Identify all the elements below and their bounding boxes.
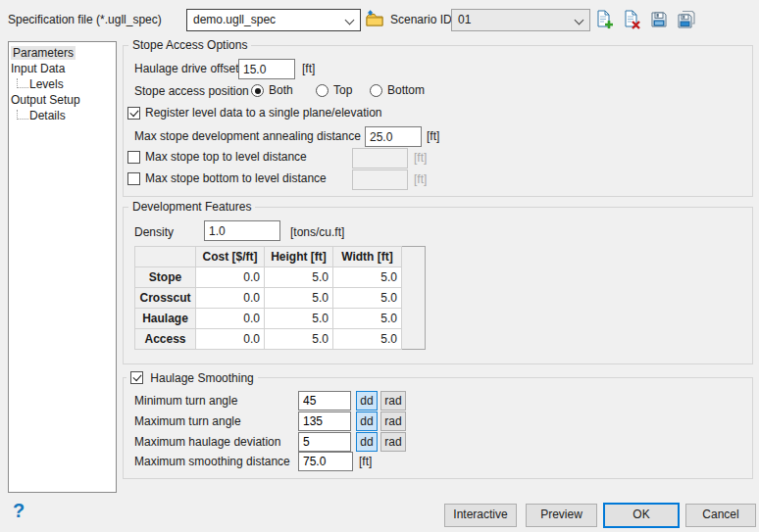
row-filler xyxy=(402,329,426,350)
tree-item-output-setup[interactable]: Output Setup xyxy=(11,93,80,108)
scenario-id-combobox[interactable]: 01 xyxy=(451,9,590,31)
help-icon[interactable]: ? xyxy=(13,499,25,522)
max-stope-top-unit: [ft] xyxy=(414,150,427,166)
radio-bottom[interactable]: Bottom xyxy=(370,83,425,98)
group-title: Haulage Smoothing xyxy=(150,371,253,385)
min-turn-angle-input[interactable] xyxy=(298,391,351,411)
cell-crosscut-height[interactable]: 5.0 xyxy=(265,288,333,309)
spec-file-value: demo.ugll_spec xyxy=(193,13,276,26)
max-haulage-deviation-rad-button[interactable]: rad xyxy=(380,432,406,452)
cell-haulage-width[interactable]: 5.0 xyxy=(333,309,402,329)
row-header: Haulage xyxy=(135,309,196,329)
cancel-button[interactable]: Cancel xyxy=(685,504,756,527)
annealing-distance-input[interactable] xyxy=(365,126,422,147)
density-input[interactable] xyxy=(204,220,280,241)
max-smoothing-distance-label: Maximum smoothing distance xyxy=(134,454,290,469)
max-stope-bottom-input xyxy=(352,169,408,190)
col-header-width: Width [ft] xyxy=(333,247,402,267)
tree-item-input-data[interactable]: Input Data xyxy=(11,62,65,76)
cell-stope-width[interactable]: 5.0 xyxy=(333,267,402,288)
row-header: Crosscut xyxy=(135,288,196,309)
max-smoothing-distance-input[interactable] xyxy=(298,452,353,471)
cell-stope-cost[interactable]: 0.0 xyxy=(196,267,265,288)
density-label: Density xyxy=(134,224,174,240)
spec-file-combobox[interactable]: demo.ugll_spec xyxy=(186,9,361,31)
tree-item-label: Details xyxy=(29,109,66,122)
tree-item-details[interactable]: Details xyxy=(29,109,66,123)
max-stope-bottom-unit: [ft] xyxy=(414,171,427,187)
cell-crosscut-cost[interactable]: 0.0 xyxy=(196,288,265,309)
max-haulage-deviation-input[interactable] xyxy=(298,432,351,452)
radio-label: Bottom xyxy=(387,83,425,97)
chevron-down-icon[interactable] xyxy=(575,16,584,25)
checkbox-icon xyxy=(130,371,143,384)
stope-access-position-label: Stope access position xyxy=(134,83,249,99)
tree-item-parameters[interactable]: Parameters xyxy=(11,46,76,61)
haulage-smoothing-group: Haulage Smoothing Minimum turn angle dd … xyxy=(123,377,753,479)
checkbox-icon xyxy=(127,107,140,120)
checkbox-label: Max stope top to level distance xyxy=(145,150,307,164)
cell-haulage-height[interactable]: 5.0 xyxy=(265,309,333,329)
min-turn-angle-label: Minimum turn angle xyxy=(134,393,237,409)
max-stope-top-input xyxy=(352,148,408,169)
specification-dialog: { "colors": { "dialog_bg": "#f0f0f0", "a… xyxy=(0,0,759,532)
tree-item-levels[interactable]: Levels xyxy=(29,77,64,92)
table-row-access: Access 0.0 5.0 5.0 xyxy=(135,329,426,350)
max-turn-angle-dd-button[interactable]: dd xyxy=(356,411,378,431)
cell-stope-height[interactable]: 5.0 xyxy=(265,267,333,288)
delete-scenario-icon[interactable] xyxy=(622,10,643,31)
interactive-button[interactable]: Interactive xyxy=(444,504,517,527)
tree-item-label: Input Data xyxy=(11,62,65,75)
max-haulage-deviation-dd-button[interactable]: dd xyxy=(356,432,378,452)
max-stope-bottom-checkbox[interactable]: Max stope bottom to level distance xyxy=(127,171,327,186)
row-filler xyxy=(402,288,426,309)
radio-top[interactable]: Top xyxy=(316,83,352,98)
cell-access-height[interactable]: 5.0 xyxy=(265,329,333,350)
max-turn-angle-input[interactable] xyxy=(298,411,351,431)
tree-branch-guide xyxy=(17,78,28,88)
cell-access-cost[interactable]: 0.0 xyxy=(196,329,265,350)
open-folder-icon[interactable] xyxy=(364,9,385,30)
chevron-down-icon[interactable] xyxy=(345,16,355,25)
development-features-table: Cost [$/ft] Height [ft] Width [ft] Stope… xyxy=(134,246,426,350)
radio-label: Both xyxy=(269,83,293,97)
register-level-data-checkbox[interactable]: Register level data to a single plane/el… xyxy=(127,106,382,121)
col-header-height: Height [ft] xyxy=(265,247,333,267)
corner-header xyxy=(135,247,196,267)
checkbox-icon xyxy=(127,172,140,185)
group-title: Stope Access Options xyxy=(128,37,251,53)
haulage-drive-offset-input[interactable] xyxy=(238,59,295,79)
radio-label: Top xyxy=(333,83,352,97)
stope-access-options-group: Stope Access Options Haulage drive offse… xyxy=(123,45,753,197)
save-as-icon[interactable] xyxy=(677,10,698,31)
row-filler xyxy=(402,309,426,329)
cell-crosscut-width[interactable]: 5.0 xyxy=(333,288,402,309)
min-turn-angle-rad-button[interactable]: rad xyxy=(380,391,406,411)
radio-icon xyxy=(370,84,382,97)
max-turn-angle-rad-button[interactable]: rad xyxy=(380,411,406,431)
haulage-smoothing-checkbox[interactable]: Haulage Smoothing xyxy=(126,369,258,386)
cell-haulage-cost[interactable]: 0.0 xyxy=(196,309,265,329)
cell-access-width[interactable]: 5.0 xyxy=(333,329,402,350)
max-haulage-deviation-label: Maximum haulage deviation xyxy=(134,434,280,450)
save-icon[interactable] xyxy=(649,10,671,31)
spec-file-label: Specification file (*.ugll_spec) xyxy=(8,12,162,27)
min-turn-angle-dd-button[interactable]: dd xyxy=(356,391,378,411)
haulage-drive-offset-unit: [ft] xyxy=(302,61,315,76)
scenario-id-value: 01 xyxy=(458,13,471,26)
table-row-haulage: Haulage 0.0 5.0 5.0 xyxy=(135,309,426,329)
max-stope-top-checkbox[interactable]: Max stope top to level distance xyxy=(127,150,307,165)
tree-item-label: Parameters xyxy=(11,46,76,60)
preview-button[interactable]: Preview xyxy=(526,504,597,527)
radio-icon xyxy=(251,84,264,97)
checkbox-label: Register level data to a single plane/el… xyxy=(145,106,382,120)
radio-both[interactable]: Both xyxy=(251,83,293,98)
row-header: Stope xyxy=(135,267,196,288)
checkbox-icon xyxy=(127,151,140,164)
tree-item-label: Output Setup xyxy=(11,93,80,107)
density-unit: [tons/cu.ft] xyxy=(290,224,344,240)
ok-button[interactable]: OK xyxy=(603,503,680,528)
new-scenario-icon[interactable] xyxy=(594,10,616,31)
tree-item-label: Levels xyxy=(29,77,64,91)
haulage-drive-offset-label: Haulage drive offset xyxy=(134,61,239,76)
